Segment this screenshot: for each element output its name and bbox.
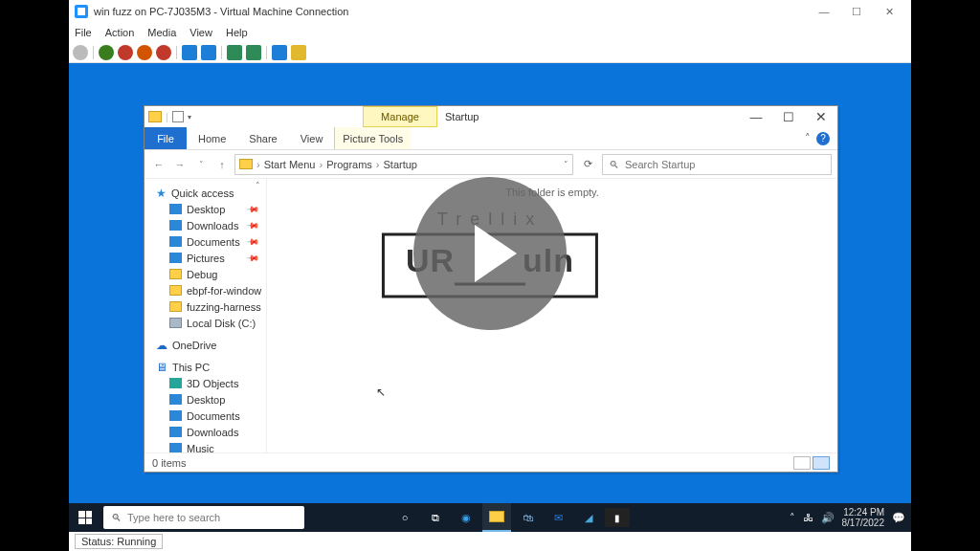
item-label: Desktop (187, 394, 225, 406)
minimize-button[interactable]: — (808, 1, 840, 22)
qat-dropdown-icon[interactable]: ▾ (188, 113, 191, 121)
menu-view[interactable]: View (189, 27, 212, 38)
save-button[interactable] (156, 45, 171, 60)
crumb-1[interactable]: Programs (326, 159, 372, 170)
ribbon-view[interactable]: View (289, 127, 335, 149)
mail-icon[interactable]: ✉ (544, 503, 572, 532)
refresh-button[interactable]: ⟳ (577, 154, 598, 175)
ribbon-collapse-icon[interactable]: ˄ (805, 132, 811, 144)
cortana-icon[interactable]: ○ (390, 503, 419, 532)
help-icon[interactable]: ? (816, 132, 830, 145)
ribbon-share[interactable]: Share (237, 127, 288, 149)
explorer-search[interactable]: 🔍︎ (602, 154, 832, 175)
nav-scroll-up-icon[interactable]: ˄ (256, 181, 260, 190)
taskview-icon[interactable]: ⧉ (421, 503, 450, 532)
crumb-0[interactable]: Start Menu (264, 159, 316, 170)
item-icon (169, 220, 182, 231)
onedrive-label: OneDrive (172, 340, 216, 351)
nav-quick-item[interactable]: fuzzing-harness (145, 298, 266, 315)
ctrl-alt-del-button[interactable] (73, 45, 88, 60)
ribbon-home[interactable]: Home (187, 127, 237, 149)
pin-icon: 📌 (246, 234, 260, 249)
explorer-close[interactable]: ✕ (805, 106, 837, 127)
share-button[interactable] (291, 45, 306, 60)
crumb-2[interactable]: Startup (384, 159, 417, 170)
wireshark-icon[interactable]: ◢ (574, 503, 603, 532)
explorer-content[interactable]: This folder is empty. ↖ (267, 179, 837, 452)
nav-pc-item[interactable]: 3D Objects (145, 375, 266, 391)
taskbar-clock[interactable]: 12:24 PM 8/17/2022 (842, 507, 885, 528)
nav-quick-item[interactable]: Downloads📌 (145, 217, 266, 233)
search-icon: 🔍︎ (609, 159, 619, 170)
qat-props-icon[interactable] (172, 111, 184, 122)
maximize-button[interactable]: ☐ (840, 1, 873, 22)
reset-button[interactable] (201, 45, 216, 60)
turnoff-button[interactable] (118, 45, 133, 60)
nav-pc-item[interactable]: Downloads (145, 424, 266, 440)
nav-pc-item[interactable]: Documents (145, 408, 266, 424)
address-bar[interactable]: › Start Menu › Programs › Startup ˅ (234, 154, 573, 175)
checkpoint-button[interactable] (227, 45, 242, 60)
pause-button[interactable] (182, 45, 197, 60)
tray-chevron-icon[interactable]: ˄ (790, 512, 795, 524)
manage-tab[interactable]: Manage (363, 106, 437, 127)
nav-onedrive[interactable]: ☁ OneDrive (145, 337, 266, 353)
menu-media[interactable]: Media (147, 27, 176, 38)
view-icons-button[interactable] (813, 456, 830, 470)
nav-this-pc[interactable]: 🖥 This PC (145, 359, 266, 375)
item-label: Music (187, 443, 214, 453)
search-input[interactable] (625, 159, 825, 170)
edge-icon[interactable]: ◉ (452, 503, 480, 532)
ribbon-file[interactable]: File (145, 127, 187, 149)
guest-desktop[interactable]: | ▾ Manage Startup — ☐ ✕ File Home Share… (69, 63, 911, 532)
clock-time: 12:24 PM (842, 507, 885, 518)
nav-pane[interactable]: ˄ ★ Quick access Desktop📌Downloads📌Docum… (145, 179, 267, 452)
menu-file[interactable]: File (75, 27, 92, 38)
nav-up[interactable]: ↑ (213, 156, 231, 173)
explorer-maximize[interactable]: ☐ (772, 106, 805, 127)
close-button[interactable]: ✕ (873, 1, 905, 22)
nav-quick-item[interactable]: Pictures📌 (145, 250, 266, 266)
nav-back[interactable]: ← (150, 156, 167, 173)
taskbar: 🔍︎ Type here to search ○ ⧉ ◉ 🛍 ✉ ◢ ▮ ˄ 🖧 (69, 503, 911, 532)
host-titlebar: win fuzz on PC-7J035M3 - Virtual Machine… (69, 0, 911, 23)
pin-icon: 📌 (246, 218, 260, 232)
address-dropdown-icon[interactable]: ˅ (564, 160, 568, 169)
shutdown-button[interactable] (137, 45, 152, 60)
taskbar-search[interactable]: 🔍︎ Type here to search (103, 506, 304, 529)
ribbon-picture-tools[interactable]: Picture Tools (334, 127, 411, 149)
terminal-icon[interactable]: ▮ (605, 508, 630, 527)
nav-quick-item[interactable]: ebpf-for-window (145, 282, 266, 298)
host-title-text: win fuzz on PC-7J035M3 - Virtual Machine… (94, 6, 348, 17)
explorer-minimize[interactable]: — (740, 106, 772, 127)
menu-help[interactable]: Help (226, 27, 248, 38)
windows-logo-icon (78, 511, 92, 524)
taskbar-search-placeholder: Type here to search (127, 512, 220, 523)
store-icon[interactable]: 🛍 (513, 503, 542, 532)
nav-quick-item[interactable]: Debug (145, 266, 266, 282)
nav-forward[interactable]: → (171, 156, 189, 173)
enhanced-session-button[interactable] (272, 45, 287, 60)
action-center-icon[interactable]: 💬 (892, 512, 905, 524)
item-label: fuzzing-harness (187, 301, 261, 313)
start-button[interactable] (99, 45, 114, 60)
nav-recent[interactable]: ˅ (192, 156, 210, 173)
menu-action[interactable]: Action (105, 27, 135, 38)
item-label: ebpf-for-window (187, 285, 261, 297)
nav-pc-item[interactable]: Desktop (145, 391, 266, 408)
tray-network-icon[interactable]: 🖧 (803, 512, 813, 523)
item-icon (169, 394, 182, 405)
explorer-taskbar-icon[interactable] (482, 503, 511, 532)
vm-host-window: win fuzz on PC-7J035M3 - Virtual Machine… (69, 0, 911, 551)
revert-button[interactable] (246, 45, 261, 60)
nav-quick-item[interactable]: Desktop📌 (145, 201, 266, 217)
nav-pc-item[interactable]: Music (145, 440, 266, 452)
start-menu-button[interactable] (69, 511, 101, 524)
nav-quick-item[interactable]: Local Disk (C:) (145, 315, 266, 331)
pin-icon: 📌 (246, 251, 260, 265)
nav-quick-item[interactable]: Documents📌 (145, 233, 266, 250)
tray-volume-icon[interactable]: 🔊 (821, 512, 835, 524)
pc-icon: 🖥 (156, 361, 167, 374)
view-details-button[interactable] (793, 456, 811, 470)
nav-quick-access[interactable]: ★ Quick access (145, 185, 266, 201)
